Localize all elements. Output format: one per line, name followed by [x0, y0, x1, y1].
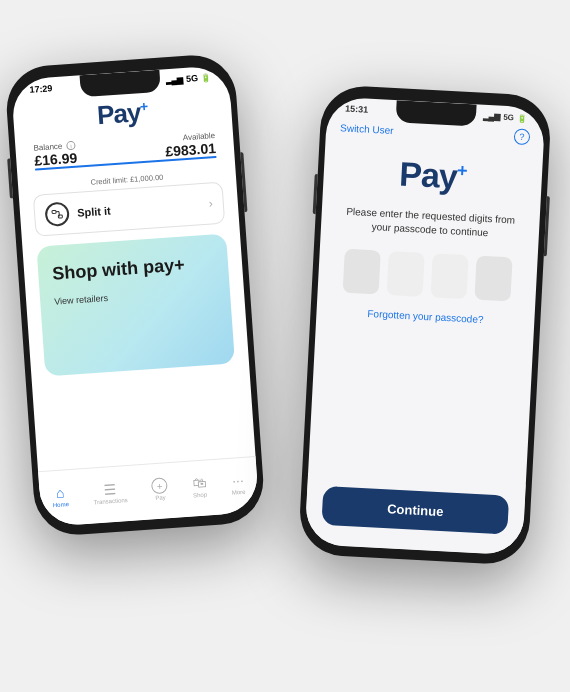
pay-icon: +: [151, 477, 168, 494]
time-right: 15:31: [345, 104, 369, 115]
more-icon: ···: [232, 472, 245, 489]
battery-right-icon: 🔋: [517, 113, 527, 123]
shop-card[interactable]: Shop with pay+ View retailers: [36, 234, 235, 377]
nav-item-shop[interactable]: 🛍 Shop: [192, 475, 208, 499]
continue-btn-area: Continue: [304, 473, 525, 555]
logo-text-left: Pay: [96, 97, 141, 130]
passcode-box-3[interactable]: [430, 253, 468, 299]
transactions-icon: ☰: [103, 481, 117, 498]
phone-right-screen: 15:31 ▂▄▆ 5G 🔋 Switch User ? Pay+: [304, 97, 545, 556]
split-icon: [44, 201, 70, 227]
available-col: Available £983.01: [164, 131, 216, 159]
logo-text-right: Pay: [398, 154, 457, 195]
nav-label-more: More: [232, 489, 246, 496]
nav-label-shop: Shop: [193, 491, 207, 498]
logo-sup-left: +: [139, 98, 147, 114]
passcode-box-2[interactable]: [387, 251, 425, 297]
shop-title: Shop with pay+: [52, 252, 215, 284]
chevron-right-icon: ›: [208, 196, 213, 210]
phones-container: 17:29 ▂▄▆ 5G 🔋 Pay+ Balance i: [0, 0, 570, 692]
pay-logo-right: Pay+: [322, 141, 543, 215]
network-type: 5G: [186, 73, 199, 84]
view-retailers[interactable]: View retailers: [54, 285, 216, 306]
balance-amount: £16.99: [34, 150, 78, 169]
battery-icon: 🔋: [201, 73, 212, 83]
nav-label-home: Home: [53, 501, 69, 508]
continue-button[interactable]: Continue: [321, 486, 509, 535]
nav-label-transactions: Transactions: [93, 497, 127, 505]
bottom-nav: ⌂ Home ☰ Transactions + Pay 🛍 Shop ···: [38, 456, 259, 527]
question-mark: ?: [519, 132, 525, 142]
time-left: 17:29: [29, 83, 53, 95]
shop-icon: 🛍: [192, 475, 207, 492]
passcode-box-4[interactable]: [474, 256, 512, 302]
phone-left: 17:29 ▂▄▆ 5G 🔋 Pay+ Balance i: [4, 53, 266, 538]
passcode-box-1[interactable]: [343, 249, 381, 295]
status-icons-left: ▂▄▆ 5G 🔋: [165, 72, 211, 85]
signal-bars-icon: ▂▄▆: [165, 75, 183, 85]
svg-rect-0: [52, 210, 56, 213]
switch-user-text[interactable]: Switch User: [340, 122, 394, 136]
nav-label-pay: Pay: [155, 494, 166, 501]
network-type-right: 5G: [503, 112, 514, 122]
logo-sup-right: +: [457, 160, 468, 180]
nav-item-pay[interactable]: + Pay: [151, 477, 169, 501]
split-it-label: Split it: [77, 205, 111, 219]
phone-left-screen: 17:29 ▂▄▆ 5G 🔋 Pay+ Balance i: [11, 65, 260, 527]
balance-col: Balance i £16.99: [33, 141, 77, 169]
phone-right: 15:31 ▂▄▆ 5G 🔋 Switch User ? Pay+: [298, 84, 552, 565]
notch-right: [396, 100, 477, 126]
signal-bars-right-icon: ▂▄▆: [482, 111, 500, 121]
home-icon: ⌂: [55, 484, 65, 501]
nav-item-home[interactable]: ⌂ Home: [51, 484, 69, 508]
nav-item-transactions[interactable]: ☰ Transactions: [92, 480, 128, 505]
help-icon[interactable]: ?: [514, 128, 531, 145]
nav-item-more[interactable]: ··· More: [231, 472, 246, 496]
